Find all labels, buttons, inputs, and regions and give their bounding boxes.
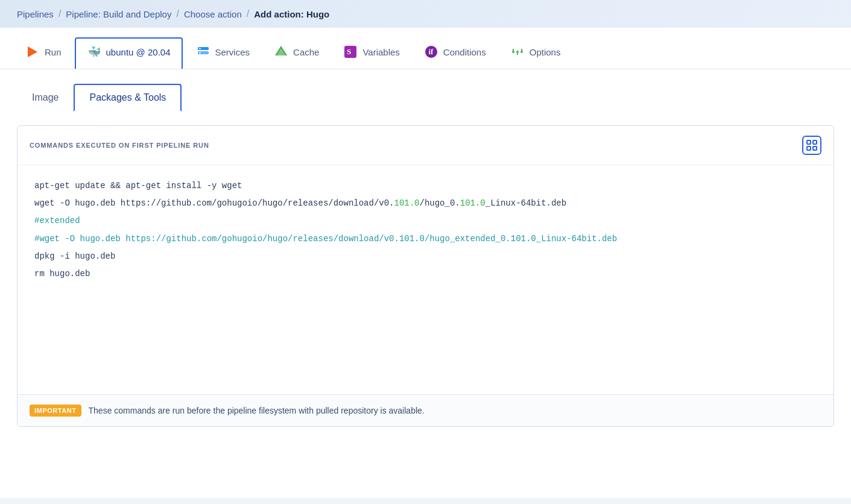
svg-rect-16 <box>807 140 811 144</box>
code-line-2: wget -O hugo.deb https://github.com/gohu… <box>34 195 817 212</box>
svg-point-3 <box>199 52 200 53</box>
tab-conditions-label: Conditions <box>443 47 486 57</box>
breadcrumb-sep-1: / <box>59 8 61 19</box>
tab-cache-label: Cache <box>293 47 319 57</box>
code-line-4: #wget -O hugo.deb https://github.com/goh… <box>34 230 817 248</box>
tab-run-label: Run <box>45 47 62 57</box>
tab-services-label: Services <box>215 47 250 57</box>
svg-text:if: if <box>428 47 434 56</box>
tab-services[interactable]: Services <box>185 39 261 68</box>
svg-rect-19 <box>813 146 817 150</box>
svg-point-12 <box>520 51 523 53</box>
code-highlight-1: 101.0 <box>394 198 420 208</box>
svg-text:S: S <box>347 47 351 56</box>
code-line-6: rm hugo.deb <box>34 265 817 283</box>
breadcrumb-sep-3: / <box>247 8 249 19</box>
sub-tab-packages[interactable]: Packages & Tools <box>74 84 182 112</box>
breadcrumb-pipeline-name[interactable]: Pipeline: Build and Deploy <box>66 9 171 19</box>
breadcrumb-pipelines[interactable]: Pipelines <box>17 9 54 19</box>
tab-bar: Run 🐳 ubuntu @ 20.04 Services <box>0 28 851 69</box>
breadcrumb-bar: Pipelines / Pipeline: Build and Deploy /… <box>0 0 851 28</box>
tab-options-label: Options <box>530 47 561 57</box>
tab-ubuntu[interactable]: 🐳 ubuntu @ 20.04 <box>75 37 183 69</box>
code-highlight-2: 101.0 <box>460 198 486 208</box>
important-bar: IMPORTANT These commands are run before … <box>17 394 834 426</box>
code-line-5: dpkg -i hugo.deb <box>34 248 817 265</box>
tab-options[interactable]: Options <box>499 39 572 68</box>
code-block: apt-get update && apt-get install -y wge… <box>17 165 834 394</box>
main-content: Run 🐳 ubuntu @ 20.04 Services <box>0 28 851 498</box>
tab-ubuntu-label: ubuntu @ 20.04 <box>106 47 171 57</box>
expand-button[interactable] <box>802 136 821 155</box>
tab-run[interactable]: Run <box>14 39 72 68</box>
svg-rect-17 <box>813 140 817 144</box>
breadcrumb-sep-2: / <box>176 8 179 19</box>
code-line-1: apt-get update && apt-get install -y wge… <box>34 177 817 195</box>
breadcrumb-current: Add action: Hugo <box>254 9 329 19</box>
cache-icon <box>274 45 288 59</box>
sub-tab-bar: Image Packages & Tools <box>0 69 851 111</box>
tab-conditions[interactable]: if Conditions <box>413 39 497 68</box>
options-icon <box>510 45 525 59</box>
commands-title: COMMANDS EXECUTED ON FIRST PIPELINE RUN <box>30 142 209 149</box>
run-icon <box>25 45 40 59</box>
variables-icon: S <box>343 45 358 59</box>
tab-cache[interactable]: Cache <box>263 39 330 68</box>
tab-variables-label: Variables <box>362 47 399 57</box>
svg-point-10 <box>512 51 514 53</box>
svg-point-2 <box>199 48 200 49</box>
svg-rect-18 <box>807 146 811 150</box>
breadcrumb-choose-action[interactable]: Choose action <box>184 9 242 19</box>
commands-section: COMMANDS EXECUTED ON FIRST PIPELINE RUN … <box>17 125 834 427</box>
commands-header: COMMANDS EXECUTED ON FIRST PIPELINE RUN <box>17 126 834 165</box>
sub-tab-image[interactable]: Image <box>17 84 74 111</box>
services-icon <box>196 45 210 59</box>
tab-variables[interactable]: S Variables <box>332 39 410 68</box>
code-line-3: #extended <box>34 212 817 230</box>
svg-point-11 <box>516 51 519 53</box>
important-text: These commands are run before the pipeli… <box>89 406 425 415</box>
conditions-icon: if <box>424 45 438 59</box>
ubuntu-icon: 🐳 <box>87 45 101 59</box>
important-badge: IMPORTANT <box>30 405 81 417</box>
